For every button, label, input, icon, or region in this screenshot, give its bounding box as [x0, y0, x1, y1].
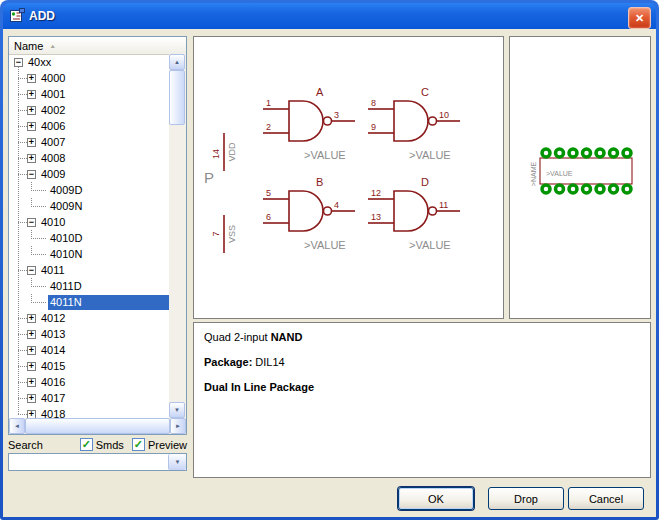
- collapse-icon[interactable]: −: [27, 266, 36, 275]
- search-input[interactable]: [9, 454, 168, 470]
- value-placeholder: >VALUE: [546, 170, 573, 177]
- nand-gate-c: 8 9 10 C >VALUE: [368, 86, 460, 161]
- tree-item-4014[interactable]: +4014: [9, 342, 169, 358]
- pin-number: 3: [334, 110, 339, 120]
- tree-item-label: 40xx: [26, 55, 169, 70]
- tree-item-label: 4011: [39, 263, 169, 278]
- description-panel: Quad 2-input NAND Package: DIL14 Dual In…: [193, 322, 651, 478]
- expand-icon[interactable]: +: [27, 138, 36, 147]
- collapse-icon[interactable]: −: [14, 58, 23, 67]
- preview-checkbox[interactable]: ✓ Preview: [132, 438, 187, 451]
- expand-icon[interactable]: +: [27, 90, 36, 99]
- inversion-bubble: [324, 117, 332, 125]
- description-text-bold: Package:: [204, 356, 252, 368]
- tree-item-label: 4009D: [48, 183, 169, 198]
- tree-item-4015[interactable]: +4015: [9, 358, 169, 374]
- collapse-icon[interactable]: −: [27, 218, 36, 227]
- tree-item-4016[interactable]: +4016: [9, 374, 169, 390]
- scroll-down-button[interactable]: ▼: [169, 402, 185, 418]
- expand-icon[interactable]: +: [27, 346, 36, 355]
- tree-connector: [18, 310, 27, 326]
- tree-item-4011[interactable]: −4011: [9, 262, 169, 278]
- search-combo: ▼: [8, 453, 187, 471]
- pin-number: 1: [266, 98, 271, 108]
- search-label: Search: [8, 439, 43, 451]
- expand-icon[interactable]: +: [27, 362, 36, 371]
- scroll-left-button[interactable]: ◄: [9, 418, 25, 434]
- tree-connector: [18, 70, 27, 86]
- tree-item-4011N[interactable]: 4011N: [9, 294, 169, 310]
- expand-icon[interactable]: +: [27, 314, 36, 323]
- tree-item-4009N[interactable]: 4009N: [9, 198, 169, 214]
- smds-checkbox[interactable]: ✓ Smds: [80, 438, 124, 451]
- tree-item-4009D[interactable]: 4009D: [9, 182, 169, 198]
- tree-item-label: 4000: [39, 71, 169, 86]
- tree-connector: [18, 134, 27, 150]
- expand-icon[interactable]: +: [27, 154, 36, 163]
- expand-icon[interactable]: +: [27, 410, 36, 419]
- combo-dropdown-button[interactable]: ▼: [168, 454, 186, 470]
- package-pad: [569, 185, 577, 193]
- tree-item-label: 4014: [39, 343, 169, 358]
- pin-number: 14: [211, 149, 221, 159]
- tree-horizontal-scrollbar[interactable]: ◄ ►: [9, 418, 186, 434]
- tree-item-4010[interactable]: −4010: [9, 214, 169, 230]
- tree-item-label: 4008: [39, 151, 169, 166]
- symbol-preview-drawing: 14 VDD 7 VSS P 1 2 3 A >VALUE: [194, 37, 503, 318]
- expand-icon[interactable]: +: [27, 106, 36, 115]
- expand-icon[interactable]: +: [27, 74, 36, 83]
- smds-checkbox-label: Smds: [96, 439, 124, 451]
- tree-connector: [18, 150, 27, 166]
- collapse-icon[interactable]: −: [27, 170, 36, 179]
- drop-button[interactable]: Drop: [488, 487, 564, 510]
- expand-icon[interactable]: +: [27, 378, 36, 387]
- package-pad: [556, 185, 564, 193]
- tree-item-4009[interactable]: −4009: [9, 166, 169, 182]
- tree-item-4008[interactable]: +4008: [9, 150, 169, 166]
- tree-item-4006[interactable]: +4006: [9, 118, 169, 134]
- vertical-scroll-thumb[interactable]: [169, 70, 185, 125]
- library-tree-panel: Name ▲ −40xx+4000+4001+4002+4006+4007+40…: [8, 36, 187, 435]
- package-preview-drawing: >NAME >VALUE: [510, 37, 650, 318]
- titlebar[interactable]: ADD ✕: [3, 3, 656, 29]
- value-placeholder: >VALUE: [304, 149, 346, 161]
- expand-icon[interactable]: +: [27, 122, 36, 131]
- tree-item-4007[interactable]: +4007: [9, 134, 169, 150]
- search-row: Search ✓ Smds ✓ Preview: [8, 437, 187, 452]
- description-text: Quad 2-input: [204, 331, 271, 343]
- expand-icon[interactable]: +: [27, 330, 36, 339]
- tree-item-4001[interactable]: +4001: [9, 86, 169, 102]
- tree-item-4013[interactable]: +4013: [9, 326, 169, 342]
- tree-item-4002[interactable]: +4002: [9, 102, 169, 118]
- tree-vertical-scrollbar[interactable]: ▲ ▼: [169, 54, 186, 418]
- tree-item-4010N[interactable]: 4010N: [9, 246, 169, 262]
- close-button[interactable]: ✕: [628, 7, 651, 29]
- pin-number: 13: [371, 212, 381, 222]
- tree-item-4017[interactable]: +4017: [9, 390, 169, 406]
- vertical-scroll-track[interactable]: [169, 70, 186, 402]
- ok-button[interactable]: OK: [398, 487, 474, 510]
- tree-item-4012[interactable]: +4012: [9, 310, 169, 326]
- nand-gate-a: 1 2 3 A >VALUE: [263, 86, 355, 161]
- tree-connector: [31, 278, 48, 294]
- name-placeholder: >NAME: [530, 162, 537, 187]
- expand-icon[interactable]: +: [27, 394, 36, 403]
- tree-item-label: 4006: [39, 119, 169, 134]
- tree-item-label: 4009N: [48, 199, 169, 214]
- check-icon: ✓: [82, 439, 91, 450]
- cancel-button[interactable]: Cancel: [568, 487, 644, 510]
- tree-item-4011D[interactable]: 4011D: [9, 278, 169, 294]
- scroll-right-button[interactable]: ►: [170, 418, 186, 434]
- tree-item-4000[interactable]: +4000: [9, 70, 169, 86]
- pin-number: 10: [439, 110, 449, 120]
- tree-item-4018[interactable]: +4018: [9, 406, 169, 418]
- horizontal-scroll-thumb[interactable]: [25, 418, 170, 434]
- tree-item-4010D[interactable]: 4010D: [9, 230, 169, 246]
- tree-header-name[interactable]: Name ▲: [9, 37, 186, 55]
- dialog-icon: [9, 8, 25, 24]
- scroll-up-button[interactable]: ▲: [169, 54, 185, 70]
- tree-item-40xx[interactable]: −40xx: [9, 54, 169, 70]
- package-pad: [623, 185, 631, 193]
- horizontal-scroll-track[interactable]: [25, 418, 170, 434]
- tree-item-label: 4010N: [48, 247, 169, 262]
